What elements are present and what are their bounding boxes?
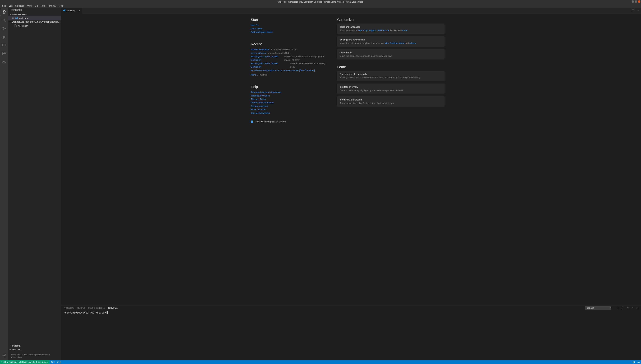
lang-link[interactable]: Python: [369, 29, 376, 32]
help-link[interactable]: Tips and Tricks: [251, 98, 266, 100]
recent-path: /home/leimao/Workspace: [271, 48, 296, 51]
lang-link[interactable]: Azure: [383, 29, 389, 32]
search-icon: [2, 18, 6, 22]
panel-tab-output[interactable]: Output: [77, 306, 85, 310]
plus-icon[interactable]: [617, 307, 619, 309]
status-errors: 0: [54, 361, 55, 363]
card-theme[interactable]: Color theme Make the editor and your cod…: [337, 49, 444, 60]
activity-debug[interactable]: [0, 34, 8, 40]
workspace-header[interactable]: Workspace [Dev Container: VS Code Remote…: [8, 20, 61, 24]
timeline-header[interactable]: Timeline: [8, 348, 61, 352]
activity-remote[interactable]: [0, 42, 8, 49]
help-link[interactable]: Introductory videos: [251, 94, 270, 97]
menu-go[interactable]: Go: [34, 4, 39, 8]
sidebar-title: Explorer: [8, 8, 61, 12]
timeline-message: The active editor cannot provide timelin…: [8, 352, 61, 360]
file-item[interactable]: hello.bash: [8, 24, 61, 28]
minimize-icon[interactable]: [632, 0, 634, 3]
activity-explorer[interactable]: [0, 9, 8, 16]
docker-icon: [2, 60, 6, 64]
menu-help[interactable]: Help: [58, 4, 65, 8]
card-playground[interactable]: Interactive playground Try out essential…: [337, 96, 444, 107]
show-welcome-checkbox[interactable]: Show welcome page on startup: [251, 120, 330, 123]
keymap-link[interactable]: Vim: [385, 42, 389, 44]
bell-icon: [637, 361, 640, 363]
trash-icon[interactable]: [626, 307, 629, 309]
terminal-select[interactable]: 1: bash: [585, 306, 611, 310]
recent-path: /home/leimao/GitHub: [268, 51, 289, 55]
menu-terminal[interactable]: Terminal: [46, 4, 57, 8]
menu-file[interactable]: File: [1, 4, 7, 8]
card-overview[interactable]: Interface overview Get a visual overlay …: [337, 84, 444, 94]
add-workspace-link[interactable]: Add workspace folder...: [251, 31, 274, 33]
welcome-page: Start New file Open folder... Add worksp…: [61, 14, 641, 305]
card-settings[interactable]: Settings and keybindings Install the set…: [337, 36, 444, 47]
activity-scm[interactable]: [0, 25, 8, 32]
close-icon[interactable]: ✕: [78, 9, 80, 12]
menu-view[interactable]: View: [26, 4, 34, 8]
help-link[interactable]: Stack Overflow: [251, 108, 266, 111]
lang-link[interactable]: JavaScript: [358, 29, 368, 32]
new-file-link[interactable]: New file: [251, 24, 259, 26]
card-settings-prefix: Install the settings and keyboard shortc…: [340, 42, 385, 44]
open-editors-header[interactable]: Open Editors: [8, 12, 61, 16]
recent-more-link[interactable]: More...: [251, 73, 258, 76]
split-editor-icon[interactable]: [632, 9, 634, 12]
recent-link[interactable]: vscode-workspace: [251, 48, 270, 51]
close-icon[interactable]: ✕: [12, 17, 14, 19]
split-icon[interactable]: [622, 307, 624, 309]
help-link[interactable]: Product documentation: [251, 101, 274, 104]
chevron-down-icon: [9, 348, 12, 351]
help-link[interactable]: Printable keyboard cheatsheet: [251, 91, 281, 94]
activity-extensions[interactable]: [0, 50, 8, 57]
more-link[interactable]: more: [402, 29, 408, 32]
close-icon[interactable]: [638, 0, 640, 3]
card-commands-desc: Rapidly access and search commands from …: [340, 76, 442, 79]
card-theme-title: Color theme: [340, 51, 442, 54]
chevron-up-icon[interactable]: [631, 307, 634, 309]
menu-run[interactable]: Run: [40, 4, 46, 8]
menu-selection[interactable]: Selection: [14, 4, 26, 8]
help-link[interactable]: GitHub repository: [251, 105, 268, 108]
activity-search[interactable]: [0, 17, 8, 24]
recent-link[interactable]: leimao@192.168.0.19 [Dev Container]: [251, 62, 288, 69]
learn-section: Learn Find and run all commands Rapidly …: [337, 65, 444, 107]
window-title: Welcome - workspace [Dev Container: VS C…: [278, 1, 363, 3]
open-editor-item[interactable]: ✕ Welcome: [8, 16, 61, 20]
lang-link[interactable]: PHP: [378, 29, 382, 32]
status-problems[interactable]: 0 0: [50, 360, 62, 364]
close-icon[interactable]: [636, 307, 638, 309]
keymap-link[interactable]: Sublime: [390, 42, 398, 44]
more-icon[interactable]: [636, 9, 639, 12]
recent-path: ~/Workspace/vscode-remote-try-python-mas…: [284, 55, 330, 62]
svg-rect-7: [2, 44, 6, 46]
activity-settings[interactable]: [0, 352, 8, 359]
source-control-icon: [2, 27, 6, 31]
show-welcome-input[interactable]: [251, 120, 253, 123]
keymap-link[interactable]: Atom: [399, 42, 404, 44]
status-bell[interactable]: [636, 360, 641, 364]
status-feedback[interactable]: [631, 360, 636, 364]
cursor-icon: [106, 311, 108, 314]
tab-welcome[interactable]: Welcome ✕: [61, 8, 82, 14]
help-link[interactable]: Join our Newsletter: [251, 112, 270, 114]
recent-link[interactable]: leimao.github.io: [251, 51, 266, 55]
panel-tab-problems[interactable]: Problems: [64, 306, 74, 310]
recent-link[interactable]: vscode-remote-try-python in vsc-remote-s…: [251, 69, 315, 72]
panel-tab-debug-console[interactable]: Debug Console: [88, 306, 105, 310]
activity-docker[interactable]: [0, 58, 8, 65]
maximize-icon[interactable]: [635, 0, 637, 3]
panel-tab-terminal[interactable]: Terminal: [108, 306, 118, 310]
terminal-body[interactable]: root@ab590e9ca4e2:/workspace#: [61, 310, 641, 360]
open-folder-link[interactable]: Open folder...: [251, 27, 264, 30]
others-link[interactable]: others: [410, 42, 416, 44]
svg-point-4: [5, 28, 6, 29]
card-tools[interactable]: Tools and languages Install support for …: [337, 24, 444, 34]
outline-header[interactable]: Outline: [8, 344, 61, 348]
status-remote[interactable]: Dev Container: VS Code Remote Demo @ ss…: [0, 360, 50, 364]
recent-link[interactable]: leimao@192.168.0.19 [Dev Container]: [251, 55, 282, 62]
menu-edit[interactable]: Edit: [8, 4, 14, 8]
card-theme-desc: Make the editor and your code look the w…: [340, 54, 442, 58]
titlebar: Welcome - workspace [Dev Container: VS C…: [0, 0, 641, 4]
card-commands[interactable]: Find and run all commands Rapidly access…: [337, 71, 444, 81]
